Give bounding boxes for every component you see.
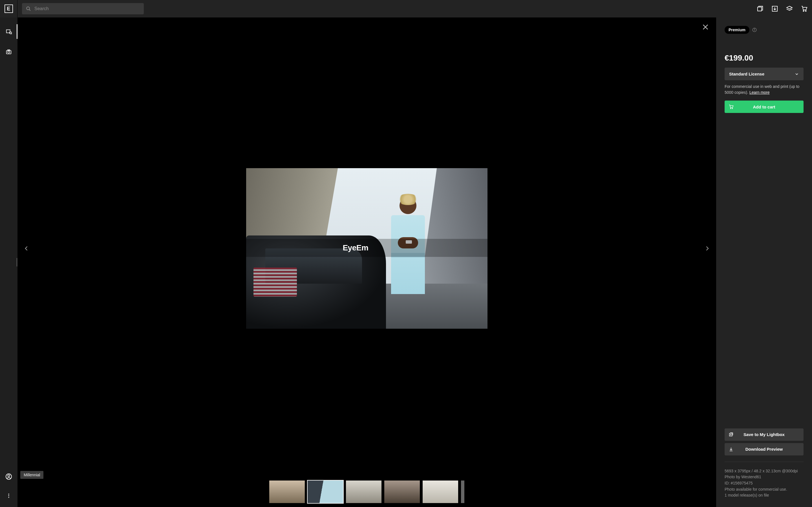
- image-metadata: 5693 x 3795px / 48.2 x 32.13cm @300dpi P…: [725, 462, 804, 499]
- svg-point-25: [732, 108, 732, 109]
- svg-point-18: [8, 497, 9, 498]
- chevron-down-icon: [795, 72, 799, 76]
- license-select[interactable]: Standard License: [725, 68, 804, 80]
- tag-chip[interactable]: Millennial: [20, 471, 43, 479]
- rail-discover[interactable]: [0, 26, 17, 37]
- svg-point-24: [730, 108, 731, 109]
- rail-more[interactable]: [0, 490, 17, 501]
- logo-cell: E: [0, 0, 17, 17]
- premium-badge: Premium: [725, 26, 749, 34]
- left-rail: [0, 17, 17, 507]
- svg-line-1: [29, 9, 31, 11]
- prev-image-button[interactable]: [21, 240, 32, 257]
- svg-point-23: [754, 29, 755, 29]
- svg-point-6: [803, 11, 804, 11]
- meta-availability: Photo available for commercial use.: [725, 487, 804, 493]
- lightbox-icon[interactable]: [757, 5, 763, 12]
- search-input[interactable]: [22, 3, 144, 14]
- info-icon[interactable]: [752, 27, 757, 32]
- price: €199.00: [725, 54, 804, 62]
- watermark: EyeEm: [246, 239, 488, 257]
- cart-icon[interactable]: [801, 5, 808, 12]
- download-icon: [728, 447, 733, 452]
- add-to-collection-icon: [728, 432, 733, 437]
- image-viewer: EyeEm Millennial: [17, 17, 716, 507]
- meta-author: Photo by Westend61: [725, 474, 804, 480]
- next-image-button[interactable]: [702, 240, 713, 257]
- meta-release: 1 model release(s) on file: [725, 492, 804, 499]
- save-lightbox-button[interactable]: Save to My Lightbox: [725, 429, 804, 441]
- thumbnail[interactable]: [269, 481, 305, 503]
- meta-id: ID: #156975475: [725, 480, 804, 487]
- topbar: [17, 0, 812, 17]
- svg-point-7: [806, 11, 806, 11]
- thumbnail-strip: [17, 480, 716, 507]
- svg-line-10: [11, 34, 12, 34]
- thumbnail[interactable]: [461, 481, 464, 503]
- learn-more-link[interactable]: Learn more: [749, 90, 770, 95]
- details-panel: Premium €199.00 Standard License For com…: [716, 17, 812, 507]
- svg-point-15: [8, 475, 10, 477]
- rail-camera[interactable]: [0, 46, 17, 57]
- svg-point-16: [8, 494, 9, 495]
- download-preview-button[interactable]: Download Preview: [725, 443, 804, 455]
- svg-rect-2: [758, 7, 762, 11]
- thumbnail[interactable]: [346, 481, 382, 503]
- layers-icon[interactable]: [786, 5, 793, 12]
- license-label: Standard License: [729, 71, 764, 76]
- hero-image: EyeEm: [246, 168, 488, 329]
- cart-icon: [728, 104, 733, 109]
- svg-rect-13: [8, 50, 10, 51]
- rail-account[interactable]: [0, 471, 17, 482]
- svg-marker-5: [786, 6, 792, 9]
- download-box-icon[interactable]: [771, 5, 778, 12]
- svg-point-0: [27, 7, 30, 10]
- thumbnail-active[interactable]: [308, 481, 343, 503]
- svg-point-17: [8, 495, 9, 496]
- thumbnail[interactable]: [384, 481, 420, 503]
- license-description: For commercial use in web and print (up …: [725, 83, 804, 96]
- close-viewer-button[interactable]: [702, 23, 711, 32]
- svg-point-12: [8, 51, 10, 53]
- content-area: EyeEm Millennial Premium: [17, 17, 812, 507]
- brand-logo[interactable]: E: [4, 4, 13, 13]
- add-to-cart-button[interactable]: Add to cart: [725, 101, 804, 113]
- meta-dimensions: 5693 x 3795px / 48.2 x 32.13cm @300dpi: [725, 468, 804, 474]
- thumbnail[interactable]: [423, 481, 458, 503]
- search-icon: [26, 6, 31, 11]
